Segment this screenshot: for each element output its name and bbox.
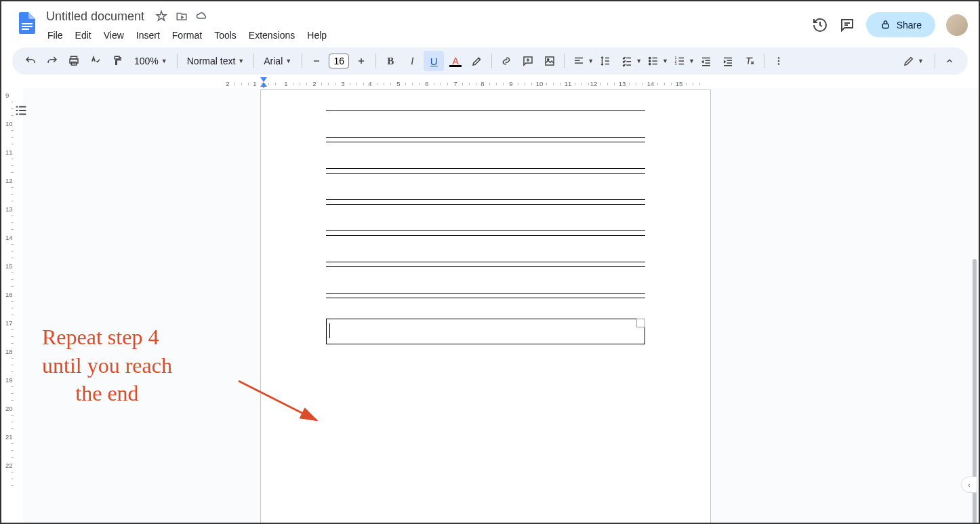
link-button[interactable] xyxy=(496,51,516,71)
annotation-arrow-icon xyxy=(232,374,340,435)
svg-point-12 xyxy=(778,57,780,59)
annotation-text: Repeat step 4 until you reach the end xyxy=(42,323,172,408)
star-icon[interactable] xyxy=(155,10,167,22)
menu-edit[interactable]: Edit xyxy=(70,27,97,43)
indent-decrease-button[interactable] xyxy=(696,51,716,71)
avatar[interactable] xyxy=(946,14,968,36)
svg-text:3: 3 xyxy=(675,62,677,66)
svg-point-13 xyxy=(778,60,780,62)
menu-bar: File Edit View Insert Format Tools Exten… xyxy=(42,26,812,45)
docs-logo[interactable] xyxy=(12,9,39,37)
share-button[interactable]: Share xyxy=(866,12,935,37)
move-icon[interactable] xyxy=(176,10,188,22)
text-cursor xyxy=(329,323,330,338)
redo-button[interactable] xyxy=(42,51,62,71)
share-label: Share xyxy=(897,20,922,31)
svg-rect-4 xyxy=(546,57,554,65)
menu-file[interactable]: File xyxy=(42,27,68,43)
history-icon[interactable] xyxy=(812,17,828,33)
menu-tools[interactable]: Tools xyxy=(209,27,242,43)
vertical-ruler[interactable]: 910111213141516171819202122 xyxy=(1,88,23,523)
numbered-list-button[interactable]: 123 xyxy=(670,51,690,71)
align-button[interactable] xyxy=(569,51,589,71)
highlight-button[interactable] xyxy=(467,51,487,71)
svg-point-5 xyxy=(548,59,549,60)
editing-mode-button[interactable]: ▼ xyxy=(896,55,931,67)
menu-format[interactable]: Format xyxy=(167,27,207,43)
indent-increase-button[interactable] xyxy=(718,51,738,71)
paragraph-style-select[interactable]: Normal text▼ xyxy=(182,51,250,71)
font-select[interactable]: Arial▼ xyxy=(258,51,298,71)
image-button[interactable] xyxy=(539,51,560,71)
clear-formatting-button[interactable] xyxy=(739,51,760,71)
menu-view[interactable]: View xyxy=(98,27,129,43)
spellcheck-button[interactable] xyxy=(85,51,106,71)
underline-button[interactable]: U xyxy=(424,51,444,71)
font-size-increase[interactable] xyxy=(351,51,371,71)
bullet-list-button[interactable] xyxy=(643,51,663,71)
table-handle-icon[interactable] xyxy=(636,319,645,327)
font-size-decrease[interactable] xyxy=(306,51,327,71)
table-cell[interactable] xyxy=(326,319,645,344)
line-spacing-button[interactable] xyxy=(595,51,615,71)
toolbar: 100%▼ Normal text▼ Arial▼ B I U A ▼ ▼ ▼ … xyxy=(12,47,968,75)
undo-button[interactable] xyxy=(20,51,41,71)
checklist-button[interactable] xyxy=(617,51,637,71)
side-panel-toggle[interactable]: ‹ xyxy=(961,477,977,493)
add-comment-button[interactable] xyxy=(518,51,538,71)
svg-rect-0 xyxy=(882,24,889,28)
svg-point-6 xyxy=(649,57,651,58)
print-button[interactable] xyxy=(64,51,84,71)
cloud-status-icon[interactable] xyxy=(196,10,208,22)
font-size-input[interactable] xyxy=(329,54,349,68)
menu-help[interactable]: Help xyxy=(302,27,332,43)
paint-format-button[interactable] xyxy=(107,51,127,71)
menu-insert[interactable]: Insert xyxy=(131,27,165,43)
svg-point-14 xyxy=(778,63,780,65)
text-color-button[interactable]: A xyxy=(445,51,466,71)
document-page[interactable] xyxy=(260,89,711,523)
bold-button[interactable]: B xyxy=(380,51,401,71)
svg-point-8 xyxy=(649,63,651,64)
comments-icon[interactable] xyxy=(839,17,855,33)
collapse-toolbar-button[interactable] xyxy=(939,51,960,71)
svg-point-7 xyxy=(649,60,651,62)
outline-toggle-button[interactable] xyxy=(11,100,31,121)
doc-title[interactable]: Untitled document xyxy=(42,8,148,25)
italic-button[interactable]: I xyxy=(402,51,422,71)
zoom-select[interactable]: 100%▼ xyxy=(129,51,173,71)
horizontal-ruler[interactable]: 21123456789101112131415 xyxy=(23,77,965,88)
overflow-menu-button[interactable] xyxy=(769,51,789,71)
menu-extensions[interactable]: Extensions xyxy=(243,27,300,43)
